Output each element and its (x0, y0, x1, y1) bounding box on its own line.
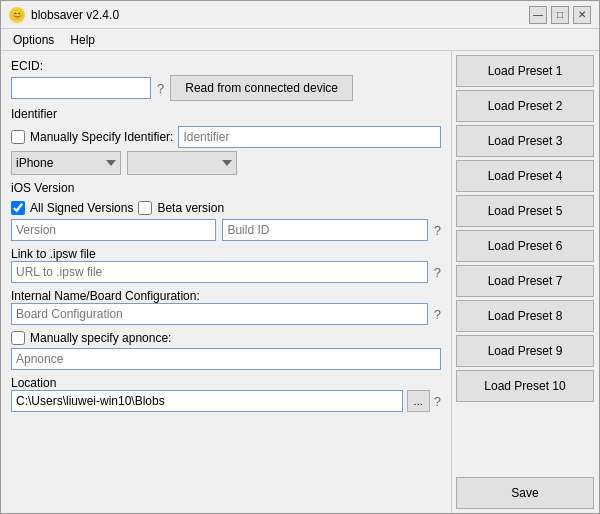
ecid-help-icon[interactable]: ? (157, 81, 164, 96)
preset-button-2[interactable]: Load Preset 2 (456, 90, 594, 122)
all-signed-checkbox[interactable] (11, 201, 25, 215)
signed-versions-row: All Signed Versions Beta version (11, 201, 441, 215)
maximize-button[interactable]: □ (551, 6, 569, 24)
ipsw-input[interactable] (11, 261, 428, 283)
right-bottom: Save (456, 405, 595, 509)
device-select-row: iPhone (11, 151, 441, 175)
all-signed-label: All Signed Versions (30, 201, 133, 215)
beta-checkbox[interactable] (138, 201, 152, 215)
location-row: ... ? (11, 390, 441, 412)
preset-button-3[interactable]: Load Preset 3 (456, 125, 594, 157)
device-model-select[interactable] (127, 151, 237, 175)
device-type-select[interactable]: iPhone (11, 151, 121, 175)
identifier-input[interactable] (178, 126, 441, 148)
main-window: 😊 blobsaver v2.4.0 — □ ✕ Options Help EC… (0, 0, 600, 514)
identifier-section: Identifier Manually Specify Identifier: … (11, 107, 441, 175)
apnonce-input[interactable] (11, 348, 441, 370)
buildid-input[interactable] (222, 219, 427, 241)
ipsw-label: Link to .ipsw file (11, 247, 96, 261)
board-input[interactable] (11, 303, 428, 325)
app-icon: 😊 (9, 7, 25, 23)
apnonce-checkbox[interactable] (11, 331, 25, 345)
ecid-input-row: ? Read from connected device (11, 75, 441, 101)
ipsw-help-icon[interactable]: ? (434, 265, 441, 280)
version-help-icon[interactable]: ? (434, 223, 441, 238)
ecid-row: ECID: (11, 59, 441, 75)
read-from-device-button[interactable]: Read from connected device (170, 75, 353, 101)
preset-button-6[interactable]: Load Preset 6 (456, 230, 594, 262)
ecid-section: ECID: ? Read from connected device (11, 59, 441, 101)
board-label: Internal Name/Board Configuration: (11, 289, 200, 303)
menu-help[interactable]: Help (62, 31, 103, 49)
window-title: blobsaver v2.4.0 (31, 8, 529, 22)
menu-options[interactable]: Options (5, 31, 62, 49)
ios-version-section: iOS Version All Signed Versions Beta ver… (11, 181, 441, 241)
version-row: ? (11, 219, 441, 241)
location-input[interactable] (11, 390, 403, 412)
apnonce-label: Manually specify apnonce: (30, 331, 171, 345)
browse-button[interactable]: ... (407, 390, 430, 412)
board-help-icon[interactable]: ? (434, 307, 441, 322)
beta-label: Beta version (157, 201, 224, 215)
preset-button-10[interactable]: Load Preset 10 (456, 370, 594, 402)
main-content: ECID: ? Read from connected device Ident… (1, 51, 599, 513)
model-dropdown-wrapper (127, 151, 237, 175)
preset-button-4[interactable]: Load Preset 4 (456, 160, 594, 192)
manually-specify-row: Manually Specify Identifier: (11, 126, 441, 148)
preset-button-8[interactable]: Load Preset 8 (456, 300, 594, 332)
ecid-label: ECID: (11, 59, 43, 73)
ipsw-input-row: ? (11, 261, 441, 283)
right-panel: Load Preset 1 Load Preset 2 Load Preset … (451, 51, 599, 513)
manually-specify-label: Manually Specify Identifier: (30, 130, 173, 144)
identifier-label: Identifier (11, 107, 441, 121)
preset-button-9[interactable]: Load Preset 9 (456, 335, 594, 367)
preset-button-5[interactable]: Load Preset 5 (456, 195, 594, 227)
manually-specify-checkbox[interactable] (11, 130, 25, 144)
save-button[interactable]: Save (456, 477, 594, 509)
menu-bar: Options Help (1, 29, 599, 51)
window-controls: — □ ✕ (529, 6, 591, 24)
location-help-icon[interactable]: ? (434, 394, 441, 409)
board-input-row: ? (11, 303, 441, 325)
ipsw-section: Link to .ipsw file ? (11, 247, 441, 283)
version-input[interactable] (11, 219, 216, 241)
apnonce-checkbox-row: Manually specify apnonce: (11, 331, 441, 345)
iphone-dropdown-wrapper: iPhone (11, 151, 121, 175)
left-panel: ECID: ? Read from connected device Ident… (1, 51, 451, 513)
location-label: Location (11, 376, 56, 390)
apnonce-section: Manually specify apnonce: (11, 331, 441, 370)
minimize-button[interactable]: — (529, 6, 547, 24)
preset-button-1[interactable]: Load Preset 1 (456, 55, 594, 87)
ecid-input[interactable] (11, 77, 151, 99)
location-section: Location ... ? (11, 376, 441, 412)
board-section: Internal Name/Board Configuration: ? (11, 289, 441, 325)
title-bar: 😊 blobsaver v2.4.0 — □ ✕ (1, 1, 599, 29)
preset-button-7[interactable]: Load Preset 7 (456, 265, 594, 297)
close-button[interactable]: ✕ (573, 6, 591, 24)
ios-version-label: iOS Version (11, 181, 441, 195)
